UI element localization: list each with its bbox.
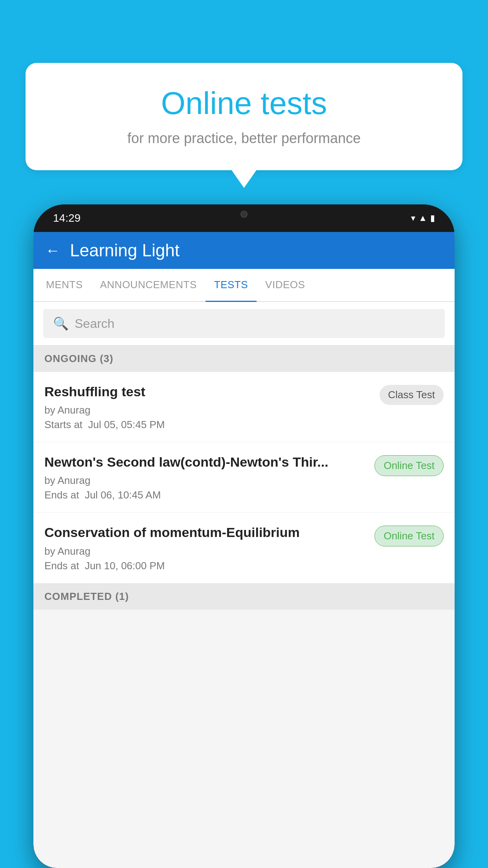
test-item-3[interactable]: Conservation of momentum-Equilibrium by … — [33, 513, 455, 583]
wifi-icon: ▾ — [411, 213, 415, 223]
test-name-1: Reshuffling test — [44, 383, 372, 400]
search-input-wrapper[interactable]: 🔍 Search — [43, 309, 445, 338]
tab-tests[interactable]: TESTS — [205, 269, 257, 302]
battery-icon: ▮ — [430, 213, 435, 223]
speech-bubble-title: Online tests — [49, 85, 439, 122]
test-name-2: Newton's Second law(contd)-Newton's Thir… — [44, 453, 367, 471]
test-info-2: Newton's Second law(contd)-Newton's Thir… — [44, 453, 374, 501]
test-badge-online-3: Online Test — [374, 526, 444, 546]
phone-time: 14:29 — [53, 212, 81, 224]
test-author-2: by Anurag — [44, 474, 367, 487]
phone-status-bar: 14:29 ▾ ▲ ▮ — [33, 204, 455, 232]
test-badge-online-2: Online Test — [374, 455, 444, 476]
test-badge-class-1: Class Test — [380, 385, 444, 405]
signal-icon: ▲ — [418, 213, 427, 223]
tab-videos[interactable]: VIDEOS — [257, 269, 314, 301]
tabs-container: MENTS ANNOUNCEMENTS TESTS VIDEOS — [33, 269, 455, 302]
test-time-3: Ends at Jun 10, 06:00 PM — [44, 560, 367, 572]
phone-status-icons: ▾ ▲ ▮ — [411, 213, 435, 223]
back-button[interactable]: ← — [45, 242, 60, 259]
test-author-1: by Anurag — [44, 404, 372, 416]
tab-ments[interactable]: MENTS — [37, 269, 92, 301]
phone-frame: 14:29 ▾ ▲ ▮ ← Learning Light MENTS ANNOU… — [33, 204, 455, 868]
phone-camera — [240, 211, 248, 218]
speech-bubble-subtitle: for more practice, better performance — [49, 130, 439, 147]
search-container: 🔍 Search — [33, 302, 455, 346]
app-header: ← Learning Light — [33, 232, 455, 269]
test-author-3: by Anurag — [44, 545, 367, 557]
search-placeholder: Search — [75, 316, 114, 331]
test-time-1: Starts at Jul 05, 05:45 PM — [44, 419, 372, 431]
search-icon: 🔍 — [53, 316, 69, 331]
tab-announcements[interactable]: ANNOUNCEMENTS — [92, 269, 205, 301]
phone-notch — [209, 204, 279, 224]
test-item[interactable]: Reshuffling test by Anurag Starts at Jul… — [33, 372, 455, 442]
tests-list: Reshuffling test by Anurag Starts at Jul… — [33, 372, 455, 583]
test-name-3: Conservation of momentum-Equilibrium — [44, 524, 367, 541]
completed-section-header: COMPLETED (1) — [33, 583, 455, 610]
ongoing-section-header: ONGOING (3) — [33, 346, 455, 372]
test-item-2[interactable]: Newton's Second law(contd)-Newton's Thir… — [33, 442, 455, 513]
test-info-1: Reshuffling test by Anurag Starts at Jul… — [44, 383, 380, 431]
test-time-2: Ends at Jul 06, 10:45 AM — [44, 489, 367, 501]
app-screen: ← Learning Light MENTS ANNOUNCEMENTS TES… — [33, 232, 455, 868]
speech-bubble: Online tests for more practice, better p… — [26, 63, 462, 170]
app-title: Learning Light — [70, 241, 180, 260]
test-info-3: Conservation of momentum-Equilibrium by … — [44, 524, 374, 572]
